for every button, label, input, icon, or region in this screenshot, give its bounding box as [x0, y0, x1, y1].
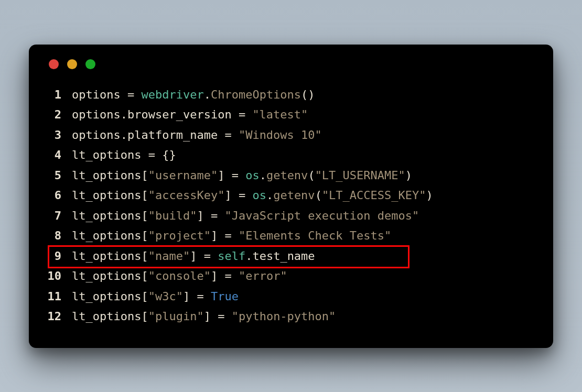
code-token: os — [245, 169, 260, 182]
code-token: ] = — [211, 229, 239, 242]
maximize-icon[interactable] — [85, 59, 95, 69]
close-icon[interactable] — [49, 59, 59, 69]
line-number: 1 — [46, 85, 72, 105]
code-token: "python-python" — [232, 310, 336, 323]
minimize-icon[interactable] — [67, 59, 77, 69]
code-token: ) — [426, 189, 433, 202]
code-token: lt_options[ — [72, 269, 148, 282]
code-line: 8lt_options["project"] = "Elements Check… — [46, 226, 536, 246]
code-block: 1options = webdriver.ChromeOptions()2opt… — [46, 85, 536, 327]
code-token: () — [301, 88, 315, 101]
code-token: "latest" — [252, 108, 308, 121]
line-number: 3 — [46, 125, 72, 146]
code-token: "LT_USERNAME" — [315, 169, 405, 182]
line-number: 12 — [46, 307, 72, 327]
traffic-lights — [49, 59, 536, 69]
code-token: getenv — [266, 169, 308, 182]
code-token: "error" — [239, 269, 287, 282]
code-token: "w3c" — [148, 290, 183, 303]
line-content: lt_options["plugin"] = "python-python" — [72, 307, 336, 327]
code-token: lt_options[ — [72, 209, 148, 222]
line-content: lt_options["name"] = self.test_name — [72, 246, 315, 267]
code-line: 2options.browser_version = "latest" — [46, 105, 536, 125]
code-token: ] = — [204, 310, 232, 323]
code-token: "plugin" — [148, 310, 204, 323]
code-token: ) — [405, 169, 412, 182]
code-token: lt_options[ — [72, 229, 148, 242]
code-token: ( — [315, 189, 322, 202]
code-token: . — [204, 88, 211, 101]
code-token: ] = — [218, 169, 245, 182]
line-content: lt_options["build"] = "JavaScript execut… — [72, 206, 419, 226]
code-window: 1options = webdriver.ChromeOptions()2opt… — [29, 45, 553, 348]
code-line: 6lt_options["accessKey"] = os.getenv("LT… — [46, 186, 536, 206]
line-number: 5 — [46, 166, 72, 186]
code-token: "Windows 10" — [239, 128, 322, 141]
code-token: "console" — [148, 269, 211, 282]
code-token: lt_options[ — [72, 290, 148, 303]
line-content: lt_options["console"] = "error" — [72, 266, 287, 287]
code-token: "build" — [148, 209, 197, 222]
code-line: 9lt_options["name"] = self.test_name — [46, 246, 536, 267]
code-line: 12lt_options["plugin"] = "python-python" — [46, 307, 536, 327]
code-token: lt_options[ — [72, 249, 148, 263]
code-token: "username" — [148, 169, 218, 182]
code-token: ChromeOptions — [211, 88, 301, 101]
code-token: "JavaScript execution demos" — [224, 209, 419, 222]
line-content: lt_options["w3c"] = True — [72, 287, 239, 307]
code-token: .test_name — [245, 249, 315, 263]
code-token: options.browser_version = — [72, 108, 252, 121]
line-content: lt_options = {} — [72, 145, 176, 166]
code-token: . — [266, 189, 273, 202]
code-token: lt_options[ — [72, 169, 148, 182]
code-token: ] = — [224, 189, 252, 202]
line-content: lt_options["project"] = "Elements Check … — [72, 226, 391, 246]
line-number: 6 — [46, 186, 72, 206]
code-token: getenv — [273, 189, 315, 202]
line-content: options.browser_version = "latest" — [72, 105, 308, 125]
line-number: 2 — [46, 105, 72, 125]
code-token: "LT_ACCESS_KEY" — [322, 189, 426, 202]
code-token: ] = — [190, 249, 218, 263]
code-token: "Elements Check Tests" — [239, 229, 391, 242]
code-line: 7lt_options["build"] = "JavaScript execu… — [46, 206, 536, 226]
code-token: ] = — [197, 209, 224, 222]
line-number: 10 — [46, 266, 72, 287]
code-token: lt_options[ — [72, 189, 148, 202]
line-number: 7 — [46, 206, 72, 226]
line-content: lt_options["accessKey"] = os.getenv("LT_… — [72, 186, 433, 206]
code-token: lt_options[ — [72, 310, 148, 323]
code-token: . — [260, 169, 266, 182]
line-content: options = webdriver.ChromeOptions() — [72, 85, 315, 105]
code-token: options = — [72, 88, 141, 101]
code-token: ] = — [183, 290, 211, 303]
code-line: 3options.platform_name = "Windows 10" — [46, 125, 536, 146]
code-token: self — [218, 249, 245, 263]
code-line: 4lt_options = {} — [46, 145, 536, 166]
line-number: 8 — [46, 226, 72, 246]
code-line: 10lt_options["console"] = "error" — [46, 266, 536, 287]
line-number: 11 — [46, 287, 72, 307]
line-content: lt_options["username"] = os.getenv("LT_U… — [72, 166, 412, 186]
code-token: options.platform_name = — [72, 128, 239, 141]
code-token: "project" — [148, 229, 211, 242]
code-token: ] = — [211, 269, 239, 282]
code-line: 5lt_options["username"] = os.getenv("LT_… — [46, 166, 536, 186]
code-token: os — [252, 189, 266, 202]
code-line: 11lt_options["w3c"] = True — [46, 287, 536, 307]
line-number: 4 — [46, 145, 72, 166]
line-content: options.platform_name = "Windows 10" — [72, 125, 322, 146]
code-token: ( — [308, 169, 315, 182]
code-token: "accessKey" — [148, 189, 225, 202]
line-number: 9 — [46, 246, 72, 267]
code-token: webdriver — [141, 88, 203, 101]
code-token: True — [211, 290, 239, 303]
code-token: "name" — [148, 249, 190, 263]
code-line: 1options = webdriver.ChromeOptions() — [46, 85, 536, 105]
code-token: lt_options = {} — [72, 148, 176, 161]
